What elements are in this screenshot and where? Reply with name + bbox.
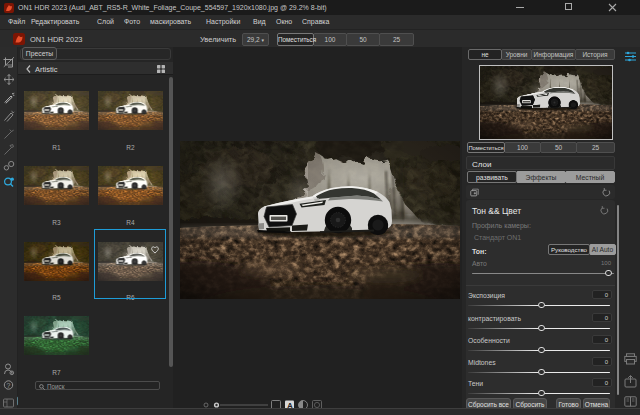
svg-text:?: ?: [7, 382, 11, 389]
